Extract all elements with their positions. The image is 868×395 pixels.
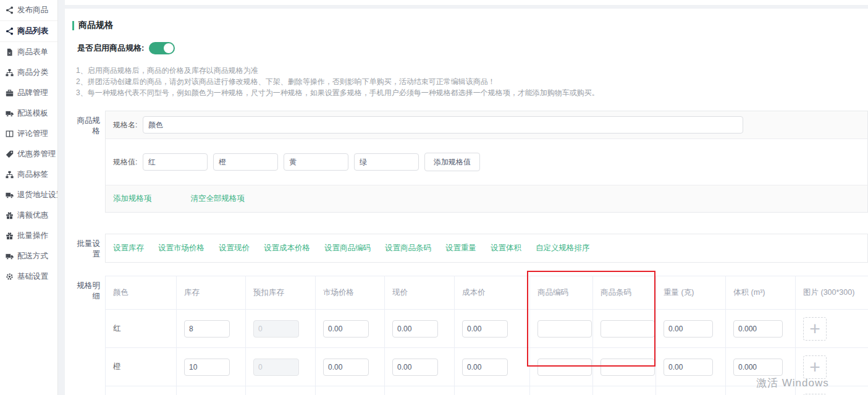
clear-all-spec-link[interactable]: 清空全部规格项: [191, 193, 245, 204]
spec-value-input-1[interactable]: [143, 153, 208, 171]
spec-name-row: 规格名:: [106, 111, 867, 139]
stock-cell: [177, 348, 246, 386]
price-input[interactable]: [392, 320, 438, 338]
sidebar-item-full-amount-discount[interactable]: 满额优惠: [0, 205, 57, 226]
sidebar-item-product-list[interactable]: 商品列表: [0, 21, 57, 42]
spec-detail-table: 颜色库存预扣库存市场价格现价成本价商品编码商品条码重量 (克)体积 (m³)图片…: [105, 276, 868, 395]
detail-column-header: 商品条码: [593, 276, 656, 309]
sidebar-item-batch-operations[interactable]: 批量操作: [0, 226, 57, 246]
sidebar-item-label: 批量操作: [17, 231, 48, 241]
row-spec-label: 黄: [106, 386, 177, 395]
sidebar-item-label: 配送方式: [17, 251, 48, 261]
frozen-cell: [246, 310, 316, 347]
cost-cell: [455, 310, 530, 347]
price-cell: [385, 348, 455, 386]
weight-input[interactable]: [664, 359, 713, 376]
batch-setting-link[interactable]: 设置库存: [113, 243, 144, 253]
add-image-button[interactable]: +: [803, 355, 827, 379]
sidebar-item-publish-product[interactable]: 发布商品: [0, 0, 57, 21]
sidebar-item-label: 满额优惠: [17, 210, 48, 221]
detail-header-row: 颜色库存预扣库存市场价格现价成本价商品编码商品条码重量 (克)体积 (m³)图片…: [106, 276, 868, 310]
sidebar-item-product-form[interactable]: 商品表单: [0, 42, 57, 62]
spec-section-label: 商品规格: [73, 111, 100, 137]
add-spec-value-button[interactable]: 添加规格值: [424, 153, 480, 171]
stock-cell: [177, 310, 246, 347]
detail-column-header: 市场价格: [316, 276, 385, 309]
detail-column-header: 预扣库存: [246, 276, 316, 309]
cost-input[interactable]: [462, 320, 508, 338]
file-icon: [6, 48, 14, 56]
sidebar-item-product-category[interactable]: 商品分类: [0, 62, 57, 83]
code-cell: [530, 386, 593, 395]
market-input[interactable]: [323, 359, 369, 376]
briefcase-icon: [6, 89, 14, 97]
stock-input[interactable]: [184, 359, 230, 376]
code-input[interactable]: [537, 359, 592, 376]
sidebar-item-label: 商品分类: [17, 67, 48, 78]
add-spec-item-link[interactable]: 添加规格项: [113, 193, 152, 204]
spec-value-input-3[interactable]: [284, 153, 348, 171]
sidebar-item-product-tags[interactable]: 商品标签: [0, 164, 57, 185]
code-input[interactable]: [537, 320, 592, 338]
sitemap-icon: [6, 171, 14, 179]
barcode-cell: [593, 310, 656, 347]
batch-setting-link[interactable]: 设置重量: [445, 243, 476, 253]
price-cell: [385, 310, 455, 347]
batch-setting-link[interactable]: 设置市场价格: [158, 243, 204, 253]
code-cell: [530, 348, 593, 386]
detail-row-2: 橙+: [106, 348, 868, 386]
market-cell: [316, 310, 385, 347]
image-cell: +: [796, 310, 868, 347]
sidebar-item-return-address-settings[interactable]: 退货地址设置: [0, 185, 57, 205]
spec-name-label: 规格名:: [113, 120, 143, 130]
price-input[interactable]: [392, 359, 438, 376]
sidebar-item-label: 商品标签: [17, 169, 48, 180]
stock-input[interactable]: [184, 320, 230, 338]
row-spec-label: 红: [106, 310, 177, 347]
barcode-input[interactable]: [600, 359, 655, 376]
spec-panel: 规格名: 规格值: 添加规格值 添加规格项 清空全部规格项: [105, 111, 868, 213]
cost-input[interactable]: [462, 359, 508, 376]
spec-value-input-4[interactable]: [354, 153, 419, 171]
detail-table-body: 红+橙+黄+: [106, 310, 868, 395]
market-input[interactable]: [323, 320, 369, 338]
sidebar: 发布商品 商品列表 商品表单 商品分类 品牌管理 配送模板 评论管理 优惠券管理…: [0, 0, 58, 395]
sidebar-item-label: 发布商品: [17, 5, 48, 15]
sidebar-item-label: 评论管理: [17, 129, 48, 139]
enable-spec-toggle[interactable]: [149, 42, 175, 54]
batch-setting-link[interactable]: 设置商品条码: [385, 243, 431, 253]
sidebar-item-label: 商品列表: [17, 26, 48, 36]
sidebar-item-shipping-template[interactable]: 配送模板: [0, 103, 57, 124]
batch-setting-link[interactable]: 设置商品编码: [324, 243, 371, 253]
weight-input[interactable]: [664, 320, 713, 338]
sidebar-item-label: 退货地址设置: [17, 190, 57, 200]
sidebar-item-brand-management[interactable]: 品牌管理: [0, 83, 57, 103]
volume-input[interactable]: [733, 359, 783, 376]
gift-icon: [6, 211, 14, 219]
add-image-button[interactable]: +: [803, 317, 827, 341]
batch-setting-link[interactable]: 设置现价: [219, 243, 250, 253]
detail-column-header: 商品编码: [530, 276, 593, 309]
batch-setting-link[interactable]: 自定义规格排序: [536, 243, 590, 253]
sidebar-item-coupon-management[interactable]: 优惠券管理: [0, 144, 57, 164]
volume-input[interactable]: [733, 320, 783, 338]
truck-icon: [6, 109, 14, 117]
spec-name-input[interactable]: [143, 116, 743, 134]
sidebar-item-shipping-method[interactable]: 配送方式: [0, 246, 57, 266]
share-nodes-icon: [6, 6, 14, 14]
spec-value-input-2[interactable]: [213, 153, 278, 171]
sidebar-item-basic-settings[interactable]: 基础设置: [0, 266, 57, 287]
frozen-input: [253, 359, 299, 376]
sidebar-item-review-management[interactable]: 评论管理: [0, 124, 57, 144]
batch-setting-link[interactable]: 设置体积: [491, 243, 521, 253]
market-cell: [316, 386, 385, 395]
card-title-row: 商品规格: [72, 20, 868, 30]
share-nodes-icon: [6, 27, 14, 35]
detail-column-header: 库存: [177, 276, 246, 309]
spec-value-label: 规格值:: [113, 157, 143, 168]
batch-setting-link[interactable]: 设置成本价格: [264, 243, 310, 253]
barcode-input[interactable]: [600, 320, 655, 338]
volume-cell: [726, 310, 796, 347]
detail-section-label: 规格明细: [73, 276, 100, 302]
gift-icon: [6, 232, 14, 240]
